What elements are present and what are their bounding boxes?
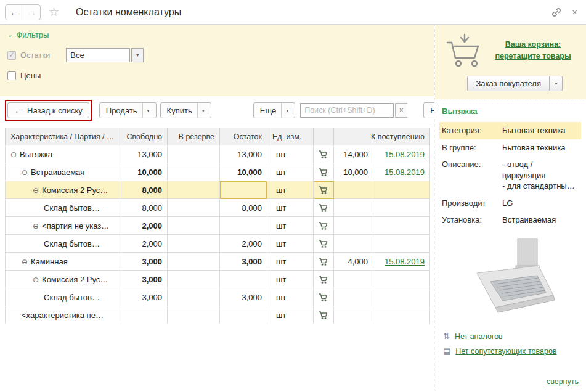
search-input[interactable] [300,103,394,118]
table-row[interactable]: Вытяжка 13,000 13,000 шт 14,000 15.08.20… [6,145,430,163]
cart-icon[interactable] [319,239,328,248]
add-to-cart-cell[interactable] [314,253,334,271]
free-cell[interactable]: 3,000 [121,288,168,306]
incoming-qty-cell[interactable] [334,306,373,324]
row-name-cell[interactable]: Комиссия 2 Рус… [6,271,121,288]
reserve-cell[interactable] [168,145,220,163]
unit-cell[interactable]: шт [267,288,314,306]
row-name-cell[interactable]: <характеристика не… [6,306,121,324]
reserve-cell[interactable] [168,199,220,217]
row-name-cell[interactable]: Склад бытов… [6,235,121,253]
add-to-cart-cell[interactable] [314,163,334,181]
reserve-cell[interactable] [168,163,220,181]
add-to-cart-cell[interactable] [314,199,334,217]
rest-cell[interactable]: 10,000 [220,163,267,181]
table-row[interactable]: Встраиваемая 10,000 10,000 шт 10,000 15.… [6,163,430,181]
incoming-qty-cell[interactable] [334,181,373,199]
table-row[interactable]: Склад бытов… 2,000 2,000 шт [6,235,430,253]
rest-cell[interactable]: 3,000 [220,288,267,306]
add-to-cart-cell[interactable] [314,217,334,235]
collapse-icon[interactable] [33,276,39,284]
get-link-icon[interactable] [551,7,562,18]
add-to-cart-cell[interactable] [314,181,334,199]
row-name-cell[interactable]: Вытяжка [6,145,121,163]
incoming-qty-cell[interactable]: 14,000 [334,145,373,163]
col-header-rest[interactable]: Остаток [220,128,267,145]
free-cell[interactable]: 10,000 [121,163,168,181]
back-arrow-icon[interactable]: ← [6,5,23,20]
buy-button[interactable]: Купить ▾ [160,102,211,118]
incoming-date-cell[interactable] [373,306,430,324]
incoming-qty-cell[interactable]: 4,000 [334,253,373,271]
filters-toggle[interactable]: ⌄ Фильтры [7,30,426,39]
forward-arrow-icon[interactable]: → [23,5,40,20]
incoming-date-link[interactable]: 15.08.2019 [385,257,425,266]
reserve-cell[interactable] [168,181,220,199]
rest-cell[interactable] [220,217,267,235]
unit-cell[interactable]: шт [267,181,314,199]
incoming-date-cell[interactable]: 15.08.2019 [373,163,430,181]
reserve-cell[interactable] [168,235,220,253]
close-icon[interactable]: × [572,7,577,17]
clear-search-icon[interactable]: × [395,103,407,118]
unit-cell[interactable]: шт [267,163,314,181]
row-name-cell[interactable]: <партия не указ… [6,217,121,235]
unit-cell[interactable]: шт [267,271,314,288]
remainders-checkbox[interactable] [7,51,16,60]
cart-icon[interactable] [319,311,328,320]
unit-cell[interactable]: шт [267,217,314,235]
cart-icon[interactable] [319,257,328,266]
table-row[interactable]: Склад бытов… 8,000 8,000 шт [6,199,430,217]
table-row[interactable]: <партия не указ… 2,000 шт [6,217,430,235]
incoming-date-cell[interactable] [373,271,430,288]
table-row-selected[interactable]: Комиссия 2 Рус… 8,000 шт [6,181,430,199]
collapse-panel-link[interactable]: свернуть [547,377,579,386]
incoming-date-cell[interactable] [373,217,430,235]
incoming-qty-cell[interactable] [334,235,373,253]
reserve-cell[interactable] [168,288,220,306]
reserve-cell[interactable] [168,217,220,235]
rest-cell[interactable]: 8,000 [220,199,267,217]
add-to-cart-cell[interactable] [314,306,334,324]
free-cell[interactable]: 2,000 [121,235,168,253]
cart-icon[interactable] [319,203,328,213]
unit-cell[interactable]: шт [267,145,314,163]
cart-drop-area[interactable]: Ваша корзина: перетащите товары [441,33,580,68]
remainders-combobox-value[interactable]: Все [66,48,130,62]
rest-cell[interactable]: 3,000 [220,253,267,271]
table-row[interactable]: <характеристика не… шт [6,306,430,324]
incoming-date-cell[interactable] [373,235,430,253]
unit-cell[interactable]: шт [267,253,314,271]
cart-icon[interactable] [319,168,328,177]
unit-cell[interactable]: шт [267,199,314,217]
cart-icon[interactable] [319,275,328,284]
col-header-name[interactable]: Характеристика / Партия / … [6,128,121,145]
incoming-date-cell[interactable] [373,181,430,199]
collapse-icon[interactable] [22,168,28,177]
rest-cell[interactable]: 2,000 [220,235,267,253]
reserve-cell[interactable] [168,271,220,288]
customer-order-button[interactable]: Заказ покупателя [467,76,550,91]
no-analogs-link[interactable]: Нет аналогов [455,332,503,341]
chevron-down-icon[interactable]: ▾ [197,103,205,118]
free-cell[interactable]: 8,000 [121,199,168,217]
add-to-cart-cell[interactable] [314,288,334,306]
free-cell[interactable]: 8,000 [121,181,168,199]
reserve-cell[interactable] [168,306,220,324]
col-header-reserve[interactable]: В резерве [168,128,220,145]
rest-cell[interactable] [220,271,267,288]
row-name-cell[interactable]: Каминная [6,253,121,271]
sell-button[interactable]: Продать ▾ [99,102,157,118]
cart-icon[interactable] [319,221,328,231]
col-header-unit[interactable]: Ед. изм. [267,128,314,145]
incoming-qty-cell[interactable]: 10,000 [334,163,373,181]
remainders-combobox-dropdown-icon[interactable]: ▾ [131,48,144,62]
collapse-icon[interactable] [22,258,28,266]
collapse-icon[interactable] [33,186,39,195]
table-row[interactable]: Комиссия 2 Рус… 3,000 шт [6,271,430,288]
collapse-icon[interactable] [33,222,39,231]
row-name-cell[interactable]: Склад бытов… [6,199,121,217]
chevron-down-icon[interactable]: ▾ [550,76,563,91]
table-row[interactable]: Склад бытов… 3,000 3,000 шт [6,288,430,306]
row-name-cell[interactable]: Склад бытов… [6,288,121,306]
